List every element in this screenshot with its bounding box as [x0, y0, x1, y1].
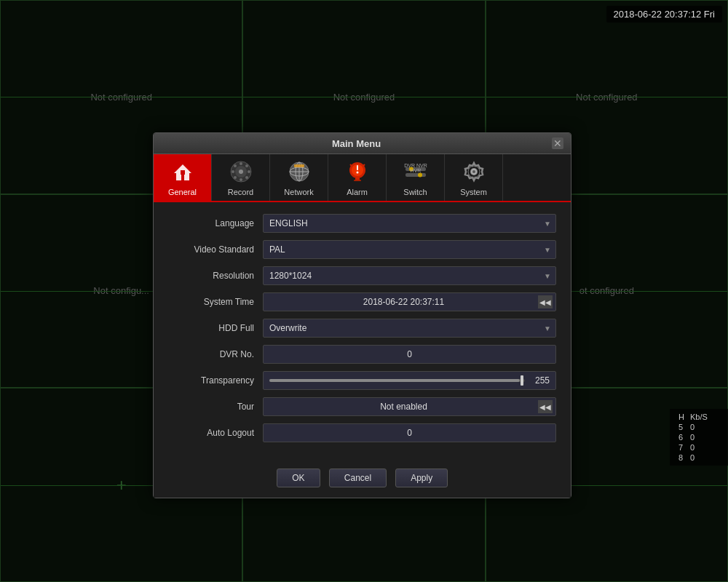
svg-rect-19	[294, 164, 304, 167]
system-time-value: 2018-06-22 20:37:11	[269, 297, 538, 307]
transparency-track[interactable]	[269, 379, 525, 382]
tab-record-label: Record	[228, 188, 253, 196]
network-row-val8: 0	[687, 453, 711, 463]
dialog-titlebar: Main Menu ✕	[154, 133, 571, 154]
tab-system-label: System	[460, 188, 487, 196]
system-time-control[interactable]: 2018-06-22 20:37:11 ◀◀	[263, 292, 556, 311]
tab-system[interactable]: System	[445, 154, 503, 201]
dvr-no-value: 0	[407, 349, 412, 359]
language-value: ENGLISH	[269, 218, 308, 228]
dvr-no-row: DVR No. 0	[168, 345, 556, 364]
network-row-val5: 0	[687, 422, 711, 432]
transparency-thumb[interactable]	[521, 375, 523, 386]
hdd-full-row: HDD Full Overwrite	[168, 319, 556, 338]
transparency-control[interactable]: 255	[263, 371, 556, 390]
svg-point-25	[356, 172, 358, 174]
language-row: Language ENGLISH	[168, 214, 556, 233]
video-standard-label: Video Standard	[168, 244, 263, 255]
svg-point-10	[234, 164, 237, 167]
house-icon	[170, 159, 196, 185]
network-row-ch6: 6	[676, 432, 687, 442]
crosshair-icon: +	[116, 475, 127, 495]
svg-rect-23	[354, 180, 361, 181]
network-icon	[286, 159, 312, 185]
resolution-value: 1280*1024	[269, 271, 312, 281]
transparency-value: 255	[529, 375, 550, 386]
svg-point-12	[245, 164, 248, 167]
svg-point-9	[248, 170, 250, 173]
tab-bar: General	[154, 154, 571, 202]
tab-network[interactable]: Network	[270, 154, 328, 201]
film-icon	[228, 159, 254, 185]
auto-logout-value: 0	[407, 428, 412, 438]
dvr-no-label: DVR No.	[168, 349, 263, 359]
tour-control[interactable]: Not enabled ◀◀	[263, 397, 556, 416]
close-button[interactable]: ✕	[552, 137, 563, 149]
cancel-button[interactable]: Cancel	[329, 469, 387, 487]
hdd-full-dropdown[interactable]: Overwrite	[263, 319, 556, 338]
resolution-row: Resolution 1280*1024	[168, 266, 556, 285]
system-time-prev-btn[interactable]: ◀◀	[538, 295, 553, 308]
dvr-no-control[interactable]: 0	[263, 345, 556, 364]
network-row-val7: 0	[687, 442, 711, 453]
transparency-fill	[269, 379, 520, 382]
svg-point-13	[234, 176, 237, 179]
tab-alarm-label: Alarm	[347, 188, 368, 196]
video-standard-row: Video Standard PAL	[168, 240, 556, 259]
tab-general[interactable]: General	[154, 154, 212, 201]
ok-button[interactable]: OK	[277, 469, 320, 487]
transparency-row: Transparency 255	[168, 371, 556, 390]
svg-point-5	[239, 170, 243, 174]
network-row-ch8: 8	[676, 453, 687, 463]
resolution-dropdown[interactable]: 1280*1024	[263, 266, 556, 285]
system-time-row: System Time 2018-06-22 20:37:11 ◀◀	[168, 292, 556, 311]
dialog-form-body: Language ENGLISH Video Standard PAL Reso…	[154, 202, 571, 461]
datetime-display: 2018-06-22 20:37:12 Fri	[606, 6, 722, 23]
main-menu-dialog: Main Menu ✕ General	[153, 132, 571, 498]
tab-network-label: Network	[284, 188, 313, 196]
system-time-label: System Time	[168, 297, 263, 307]
video-standard-dropdown[interactable]: PAL	[263, 240, 556, 259]
svg-text:DVR NVR: DVR NVR	[404, 163, 427, 168]
language-label: Language	[168, 218, 263, 228]
not-configured-label-6: ot configured	[579, 285, 634, 296]
language-dropdown[interactable]: ENGLISH	[263, 214, 556, 233]
tour-row: Tour Not enabled ◀◀	[168, 397, 556, 416]
video-standard-value: PAL	[269, 244, 285, 255]
not-configured-label-3: Not configured	[576, 92, 638, 103]
not-configured-label-4: Not configu...	[93, 285, 149, 296]
network-row-ch5: 5	[676, 422, 687, 432]
svg-point-31	[418, 173, 422, 178]
transparency-label: Transparency	[168, 375, 263, 386]
auto-logout-control[interactable]: 0	[263, 423, 556, 442]
switch-icon: DVR NVR HVR	[403, 159, 429, 185]
tour-nav-btn[interactable]: ◀◀	[538, 400, 553, 413]
not-configured-label-2: Not configured	[333, 92, 395, 103]
tour-value: Not enabled	[269, 402, 538, 412]
network-header-kbs: Kb/S	[687, 412, 711, 422]
resolution-label: Resolution	[168, 271, 263, 281]
tab-switch-label: Switch	[403, 188, 427, 196]
tab-alarm[interactable]: Alarm	[328, 154, 387, 201]
gear-icon	[461, 159, 487, 185]
tour-label: Tour	[168, 402, 263, 412]
tab-switch[interactable]: DVR NVR HVR Switch	[387, 154, 445, 201]
svg-rect-24	[357, 165, 358, 170]
hdd-full-value: Overwrite	[269, 323, 306, 333]
tab-general-label: General	[168, 188, 197, 196]
tab-record[interactable]: Record	[212, 154, 270, 201]
network-header-h: H	[676, 412, 687, 422]
svg-point-8	[232, 170, 234, 173]
hdd-full-label: HDD Full	[168, 323, 263, 333]
svg-rect-29	[405, 173, 426, 177]
network-row-ch7: 7	[676, 442, 687, 453]
dialog-footer: OK Cancel Apply	[154, 461, 571, 498]
auto-logout-label: Auto Logout	[168, 428, 263, 438]
svg-point-11	[245, 176, 248, 179]
svg-rect-2	[181, 170, 185, 175]
network-row-val6: 0	[687, 432, 711, 442]
svg-point-6	[240, 162, 242, 165]
svg-point-7	[240, 178, 242, 181]
svg-text:HVR: HVR	[410, 168, 421, 173]
apply-button[interactable]: Apply	[395, 469, 448, 487]
